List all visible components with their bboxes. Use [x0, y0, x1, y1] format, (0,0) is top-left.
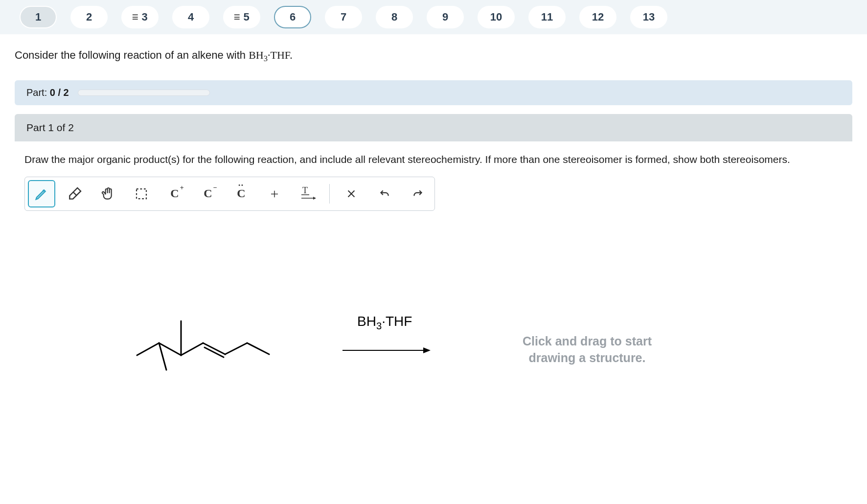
charge-plus-icon[interactable]: C+ — [161, 180, 188, 207]
svg-marker-5 — [313, 197, 316, 200]
part-header: Part 1 of 2 — [15, 114, 852, 141]
intro-prefix: Consider the following reaction of an al… — [15, 49, 249, 61]
nav-label: 10 — [490, 11, 502, 23]
svg-line-15 — [225, 343, 247, 354]
progress-track — [78, 90, 210, 96]
multipart-icon: ☰ — [234, 15, 240, 19]
reaction-arrow-icon — [342, 345, 431, 355]
lone-pair-icon[interactable]: ••C — [228, 180, 255, 207]
nav-question-9[interactable]: 9 — [427, 6, 464, 28]
nav-question-7[interactable]: 7 — [325, 6, 362, 28]
plus-icon[interactable]: + — [261, 180, 288, 207]
svg-marker-18 — [423, 347, 431, 353]
canvas-placeholder: Click and drag to start drawing a struct… — [509, 333, 665, 367]
nav-label: 1 — [35, 11, 41, 23]
nav-question-13[interactable]: 13 — [630, 6, 667, 28]
svg-line-8 — [137, 343, 159, 355]
nav-question-11[interactable]: 11 — [528, 6, 566, 28]
nav-question-10[interactable]: 10 — [478, 6, 515, 28]
question-nav-bar: 12☰34☰5678910111213 — [0, 0, 867, 34]
redo-icon[interactable] — [404, 180, 432, 207]
nav-label: 13 — [643, 11, 655, 23]
hand-icon[interactable] — [94, 180, 122, 207]
nav-label: 3 — [141, 11, 147, 23]
svg-rect-1 — [137, 189, 146, 199]
nav-question-6[interactable]: 6 — [274, 6, 311, 28]
close-icon[interactable] — [338, 180, 365, 207]
part-progress-bar: Part: 0 / 2 — [15, 80, 852, 105]
nav-label: 8 — [391, 11, 397, 23]
text-arrow-icon[interactable]: T — [294, 180, 321, 207]
nav-label: 6 — [290, 11, 296, 23]
multipart-icon: ☰ — [132, 15, 138, 19]
nav-question-12[interactable]: 12 — [579, 6, 616, 28]
pencil-icon[interactable] — [28, 180, 55, 207]
nav-label: 11 — [541, 11, 553, 23]
intro-text: Consider the following reaction of an al… — [15, 49, 852, 64]
svg-line-0 — [73, 192, 77, 196]
nav-label: 5 — [243, 11, 249, 23]
drawing-canvas[interactable]: BH3·THF Click and drag to start drawing … — [24, 216, 843, 470]
svg-line-16 — [247, 343, 269, 354]
svg-line-11 — [181, 343, 203, 355]
part-progress-label: Part: 0 / 2 — [26, 87, 69, 98]
nav-label: 2 — [86, 11, 92, 23]
nav-label: 4 — [188, 11, 194, 23]
part-body: Draw the major organic product(s) for th… — [15, 141, 852, 481]
nav-question-3[interactable]: ☰3 — [121, 6, 159, 28]
eraser-icon[interactable] — [61, 180, 89, 207]
nav-label: 7 — [341, 11, 346, 23]
svg-text:T: T — [302, 186, 308, 195]
nav-question-1[interactable]: 1 — [20, 6, 57, 28]
charge-minus-icon[interactable]: C− — [194, 180, 222, 207]
nav-question-4[interactable]: 4 — [172, 6, 209, 28]
toolbar-separator — [329, 184, 330, 204]
part-instructions: Draw the major organic product(s) for th… — [24, 152, 843, 166]
marquee-icon[interactable] — [128, 180, 155, 207]
nav-question-5[interactable]: ☰5 — [223, 6, 260, 28]
drawing-toolbar: C+C−••C+T — [24, 177, 435, 211]
nav-question-2[interactable]: 2 — [70, 6, 108, 28]
content-area: Consider the following reaction of an al… — [0, 34, 867, 481]
intro-reagent: BH3·THF. — [249, 49, 293, 61]
nav-question-8[interactable]: 8 — [376, 6, 413, 28]
reactant-molecule — [127, 301, 274, 399]
undo-icon[interactable] — [371, 180, 398, 207]
reagent-label: BH3·THF — [357, 314, 412, 332]
nav-label: 12 — [592, 11, 604, 23]
nav-label: 9 — [442, 11, 448, 23]
